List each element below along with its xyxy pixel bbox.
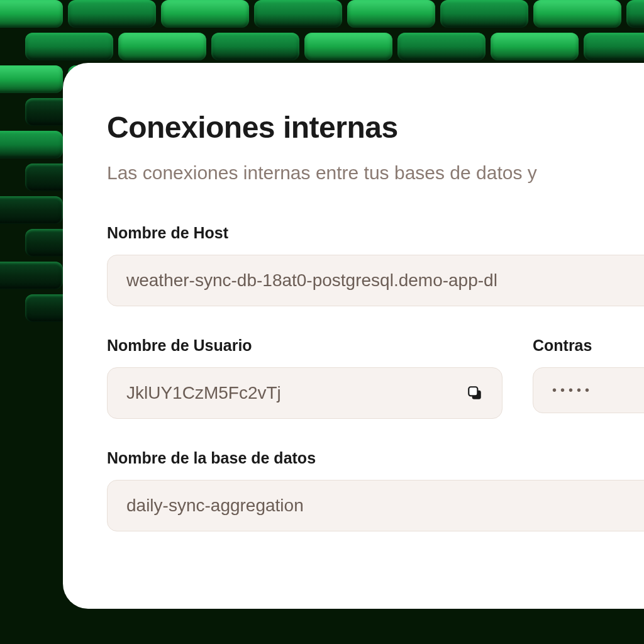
database-input[interactable]: daily-sync-aggregation: [107, 480, 644, 531]
hostname-label: Nombre de Host: [107, 224, 644, 242]
username-value: JklUY1CzM5Fc2vTj: [126, 383, 281, 403]
page-subtitle: Las conexiones internas entre tus bases …: [107, 160, 644, 186]
database-label: Nombre de la base de datos: [107, 449, 644, 467]
copy-icon[interactable]: [467, 385, 483, 401]
hostname-value: weather-sync-db-18at0-postgresql.demo-ap…: [126, 270, 497, 291]
password-value: •••••: [552, 383, 593, 397]
svg-rect-1: [469, 387, 477, 396]
hostname-input[interactable]: weather-sync-db-18at0-postgresql.demo-ap…: [107, 255, 644, 306]
username-input[interactable]: JklUY1CzM5Fc2vTj: [107, 367, 502, 419]
connection-card: Conexiones internas Las conexiones inter…: [63, 63, 644, 609]
database-value: daily-sync-aggregation: [126, 496, 304, 516]
password-label: Contras: [533, 336, 644, 355]
password-input[interactable]: •••••: [533, 367, 644, 413]
page-title: Conexiones internas: [107, 110, 644, 145]
username-label: Nombre de Usuario: [107, 336, 502, 355]
